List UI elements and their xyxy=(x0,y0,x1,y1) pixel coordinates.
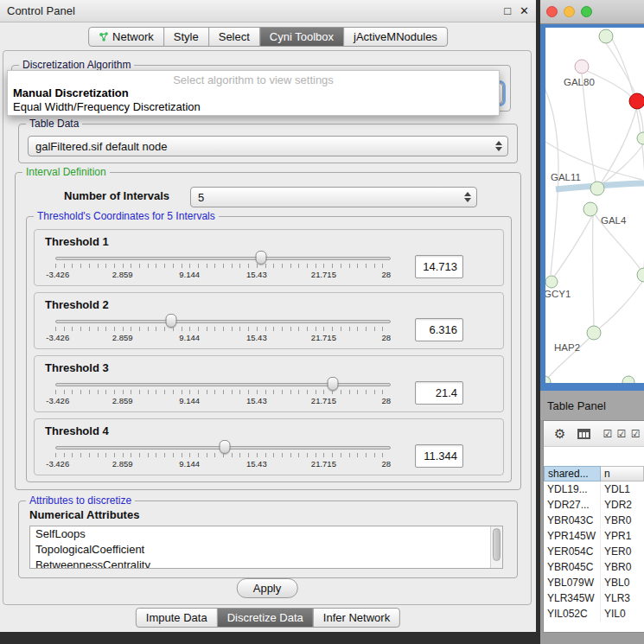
threshold-1-label: Threshold 1 xyxy=(45,235,109,248)
tab-impute-data[interactable]: Impute Data xyxy=(137,609,217,627)
close-window-icon[interactable]: ✕ xyxy=(520,4,529,17)
list-item[interactable]: TopologicalCoefficient xyxy=(30,542,502,558)
column-selector-icon[interactable] xyxy=(577,429,590,439)
scale-label: 15.43 xyxy=(246,333,267,342)
table-data-combobox[interactable]: galFiltered.sif default node xyxy=(28,136,508,156)
numerical-attributes-list[interactable]: SelfLoops TopologicalCoefficient Between… xyxy=(29,526,503,569)
table-row[interactable]: YPR145WYPR1 xyxy=(544,528,644,544)
dropdown-option-manual-discretization[interactable]: Manual Discretization xyxy=(8,86,499,100)
slider-scale: -3.426 2.859 9.144 15.43 21.715 28 xyxy=(55,459,391,470)
column-header-name[interactable]: n xyxy=(601,466,644,481)
slider-ticks xyxy=(55,264,391,268)
threshold-2-panel: Threshold 2 -3.426 2.859 9.144 15.43 xyxy=(34,292,504,349)
scale-label: 21.715 xyxy=(311,396,336,405)
algorithm-placeholder: Select algorithm to view settings xyxy=(8,73,499,86)
table-panel-titlebar: Table Panel xyxy=(540,391,644,420)
bottom-tab-bar: Impute Data Discretize Data Infer Networ… xyxy=(136,608,400,628)
threshold-1-value-field[interactable]: 14.713 xyxy=(415,255,463,278)
tab-cyni-toolbox[interactable]: Cyni Toolbox xyxy=(259,28,343,46)
network-canvas[interactable]: GAL80 GAL11 GAL4 GCY1 HAP2 xyxy=(545,28,644,383)
scale-label: 9.144 xyxy=(179,333,200,342)
scale-label: 2.859 xyxy=(112,270,133,279)
slider-thumb[interactable] xyxy=(166,314,177,328)
pink-node xyxy=(575,60,589,73)
scale-label: 21.715 xyxy=(311,270,336,279)
table-spacer xyxy=(544,447,644,466)
threshold-2-slider[interactable]: -3.426 2.859 9.144 15.43 21.715 28 xyxy=(43,312,403,347)
tab-infer-network[interactable]: Infer Network xyxy=(313,609,399,627)
scale-label: 9.144 xyxy=(179,396,200,405)
threshold-3-panel: Threshold 3 -3.426 2.859 9.144 15.43 xyxy=(34,355,504,412)
table-toolbar: ⚙ ☑ ☑ ☑ xyxy=(544,421,644,447)
table-row[interactable]: YER054CYER0 xyxy=(544,544,644,559)
tab-select[interactable]: Select xyxy=(208,28,259,46)
window-title: Control Panel xyxy=(7,4,75,17)
tab-jactivemnodules[interactable]: jActiveMNodules xyxy=(343,28,447,46)
tab-discretize-data[interactable]: Discretize Data xyxy=(217,609,313,627)
num-intervals-combobox[interactable]: 5 xyxy=(190,187,477,207)
table-row[interactable]: YIL052CYIL0 xyxy=(544,606,644,622)
threshold-2-value-field[interactable]: 6.316 xyxy=(415,318,463,341)
slider-scale: -3.426 2.859 9.144 15.43 21.715 28 xyxy=(55,396,391,407)
scale-label: 2.859 xyxy=(112,333,133,342)
scrollbar-thumb[interactable] xyxy=(493,528,501,561)
cyni-toolbox-panel: Discretization Algorithm Table Data galF… xyxy=(3,50,532,605)
thresholds-group: Threshold's Coordinates for 5 Intervals … xyxy=(26,216,512,482)
tab-style[interactable]: Style xyxy=(163,28,208,46)
slider-thumb[interactable] xyxy=(220,440,231,454)
list-item[interactable]: BetweennessCentrality xyxy=(30,558,502,569)
table-data-selected-value: galFiltered.sif default node xyxy=(35,140,492,153)
number-of-intervals-row: Number of Intervals 5 xyxy=(16,185,520,207)
column-header-shared-name[interactable]: shared... xyxy=(544,466,601,481)
table-row[interactable]: YLR345WYLR3 xyxy=(544,590,644,606)
gear-icon[interactable]: ⚙ xyxy=(554,427,565,440)
select-rows-icons[interactable]: ☑ ☑ ☑ xyxy=(603,428,641,440)
group-title-table-data: Table Data xyxy=(26,118,82,130)
slider-thumb[interactable] xyxy=(255,251,266,265)
table-row[interactable]: YBR043CYBR0 xyxy=(544,513,644,528)
slider-thumb[interactable] xyxy=(327,377,338,391)
group-title-algorithm: Discretization Algorithm xyxy=(19,59,134,71)
threshold-4-label: Threshold 4 xyxy=(45,424,109,437)
mac-minimize-button[interactable] xyxy=(564,6,575,17)
network-window-titlebar xyxy=(540,0,644,24)
apply-button[interactable]: Apply xyxy=(237,578,298,598)
float-window-icon[interactable]: □ xyxy=(504,4,511,17)
node-label-hap2: HAP2 xyxy=(554,342,580,353)
scale-label: -3.426 xyxy=(46,459,69,469)
table-panel-title: Table Panel xyxy=(547,399,606,412)
dropdown-option-equal-width-frequency[interactable]: Equal Width/Frequency Discretization xyxy=(8,100,499,114)
threshold-1-slider[interactable]: -3.426 2.859 9.144 15.43 21.715 28 xyxy=(43,249,403,284)
threshold-3-value-field[interactable]: 21.4 xyxy=(415,381,463,405)
scale-label: -3.426 xyxy=(46,396,69,405)
interval-definition-group: Interval Definition Number of Intervals … xyxy=(15,172,521,490)
attributes-to-discretize-group: Attributes to discretize Numerical Attri… xyxy=(18,501,518,578)
tab-network-label: Network xyxy=(112,28,154,46)
table-row[interactable]: YBL079WYBL0 xyxy=(544,575,644,590)
node-label-gal80: GAL80 xyxy=(564,77,595,87)
slider-ticks xyxy=(55,390,391,394)
node-label-gcy1: GCY1 xyxy=(545,289,571,299)
table-rows: YDL19...YDL1 YDR27...YDR2 YBR043CYBR0 YP… xyxy=(544,481,644,622)
table-row[interactable]: YDR27...YDR2 xyxy=(544,497,644,513)
threshold-4-value-field[interactable]: 11.344 xyxy=(415,444,463,468)
network-graph xyxy=(545,28,644,383)
scale-label: 28 xyxy=(381,333,391,342)
group-title-attributes: Attributes to discretize xyxy=(26,494,135,507)
list-scrollbar[interactable] xyxy=(490,526,502,568)
scale-label: 21.715 xyxy=(311,333,336,342)
mac-zoom-button[interactable] xyxy=(581,6,592,17)
threshold-3-slider[interactable]: -3.426 2.859 9.144 15.43 21.715 28 xyxy=(43,375,403,410)
scale-label: 28 xyxy=(381,270,391,279)
table-row[interactable]: YDL19...YDL1 xyxy=(544,481,644,497)
list-item[interactable]: SelfLoops xyxy=(30,526,502,542)
scale-label: 28 xyxy=(381,396,391,405)
scale-label: -3.426 xyxy=(46,270,69,279)
tab-network[interactable]: Network xyxy=(89,28,163,46)
mac-close-button[interactable] xyxy=(546,6,558,17)
top-tab-bar: Network Style Select Cyni Toolbox jActiv… xyxy=(88,27,448,47)
threshold-4-slider[interactable]: -3.426 2.859 9.144 15.43 21.715 28 xyxy=(43,438,403,473)
scale-label: 9.144 xyxy=(179,459,200,469)
table-row[interactable]: YBR045CYBR0 xyxy=(544,559,644,575)
threshold-4-panel: Threshold 4 -3.426 2.859 9.144 15.43 xyxy=(34,418,504,475)
